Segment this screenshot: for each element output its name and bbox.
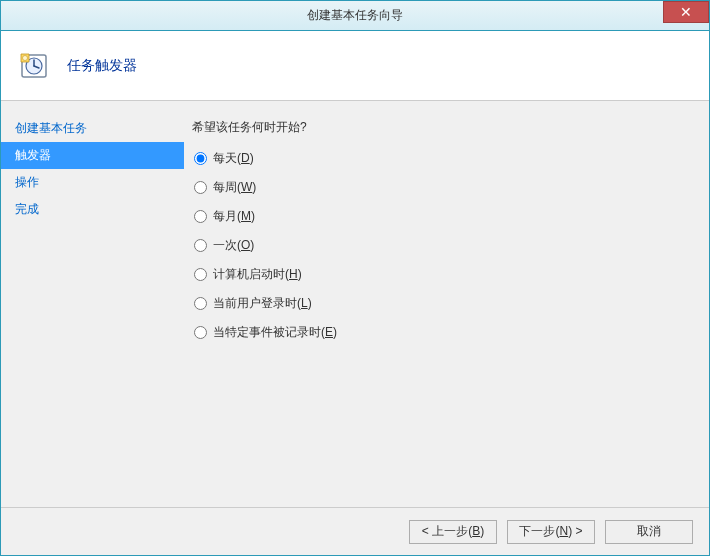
radio-mnemonic: W	[241, 180, 252, 194]
wizard-header: 任务触发器	[1, 31, 709, 101]
next-button[interactable]: 下一步(N) >	[507, 520, 595, 544]
clock-gear-icon	[19, 50, 51, 82]
sidebar-item-1[interactable]: 触发器	[1, 142, 184, 169]
titlebar: 创建基本任务向导 ✕	[1, 1, 709, 31]
sidebar-item-2[interactable]: 操作	[1, 169, 184, 196]
radio-input-d[interactable]	[194, 152, 207, 165]
radio-input-m[interactable]	[194, 210, 207, 223]
radio-label: 每周(W)	[213, 179, 256, 196]
close-button[interactable]: ✕	[663, 1, 709, 23]
back-button-prefix: < 上一步(	[422, 524, 472, 538]
radio-input-h[interactable]	[194, 268, 207, 281]
radio-label: 当特定事件被记录时(E)	[213, 324, 337, 341]
next-button-prefix: 下一步(	[519, 524, 559, 538]
wizard-sidebar: 创建基本任务触发器操作完成	[1, 101, 184, 507]
radio-label: 每天(D)	[213, 150, 254, 167]
svg-point-4	[23, 55, 28, 60]
radio-input-l[interactable]	[194, 297, 207, 310]
cancel-button[interactable]: 取消	[605, 520, 693, 544]
radio-option-l[interactable]: 当前用户登录时(L)	[194, 295, 689, 312]
back-mnemonic: B	[472, 524, 480, 538]
wizard-content: 希望该任务何时开始? 每天(D)每周(W)每月(M)一次(O)计算机启动时(H)…	[184, 101, 709, 507]
radio-mnemonic: M	[241, 209, 251, 223]
back-button[interactable]: < 上一步(B)	[409, 520, 497, 544]
wizard-body: 创建基本任务触发器操作完成 希望该任务何时开始? 每天(D)每周(W)每月(M)…	[1, 101, 709, 507]
radio-mnemonic: H	[289, 267, 298, 281]
radio-label: 当前用户登录时(L)	[213, 295, 312, 312]
radio-mnemonic: E	[325, 325, 333, 339]
radio-option-w[interactable]: 每周(W)	[194, 179, 689, 196]
back-button-suffix: )	[480, 524, 484, 538]
radio-option-h[interactable]: 计算机启动时(H)	[194, 266, 689, 283]
prompt-text: 希望该任务何时开始?	[192, 119, 689, 136]
radio-input-o[interactable]	[194, 239, 207, 252]
radio-input-e[interactable]	[194, 326, 207, 339]
radio-label: 每月(M)	[213, 208, 255, 225]
radio-label: 一次(O)	[213, 237, 254, 254]
radio-mnemonic: L	[301, 296, 308, 310]
close-icon: ✕	[680, 4, 692, 20]
radio-option-o[interactable]: 一次(O)	[194, 237, 689, 254]
wizard-window: 创建基本任务向导 ✕ 任务触发器 创建基本任务触发器操作完成 希望该任务何时开始…	[0, 0, 710, 556]
radio-mnemonic: D	[241, 151, 250, 165]
next-mnemonic: N	[559, 524, 568, 538]
radio-label: 计算机启动时(H)	[213, 266, 302, 283]
radio-input-w[interactable]	[194, 181, 207, 194]
radio-mnemonic: O	[241, 238, 250, 252]
header-title: 任务触发器	[67, 57, 137, 75]
radio-option-d[interactable]: 每天(D)	[194, 150, 689, 167]
sidebar-item-3[interactable]: 完成	[1, 196, 184, 223]
radio-option-m[interactable]: 每月(M)	[194, 208, 689, 225]
window-title: 创建基本任务向导	[307, 7, 403, 24]
wizard-footer: < 上一步(B) 下一步(N) > 取消	[1, 507, 709, 555]
trigger-radio-group: 每天(D)每周(W)每月(M)一次(O)计算机启动时(H)当前用户登录时(L)当…	[192, 150, 689, 341]
radio-option-e[interactable]: 当特定事件被记录时(E)	[194, 324, 689, 341]
next-button-suffix: ) >	[568, 524, 582, 538]
sidebar-item-0[interactable]: 创建基本任务	[1, 115, 184, 142]
